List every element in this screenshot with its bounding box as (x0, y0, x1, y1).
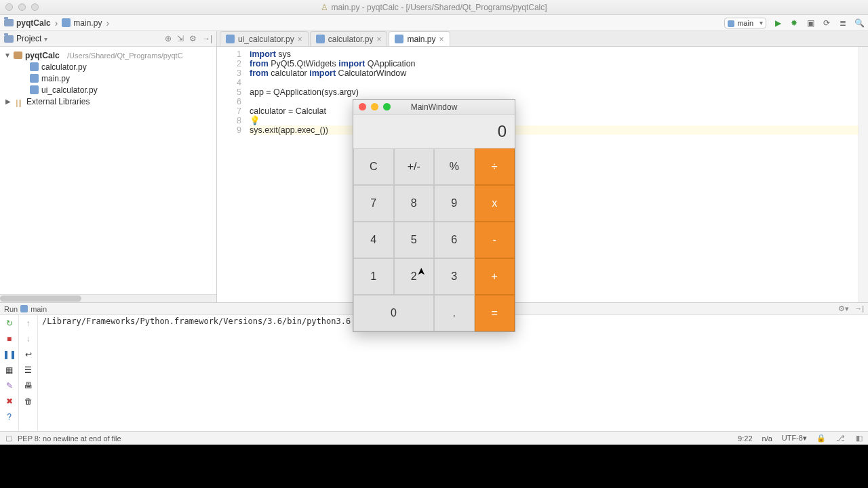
calc-title: MainWindow (353, 102, 515, 112)
tree-external-libraries[interactable]: ▶ External Libraries (0, 96, 216, 107)
search-icon[interactable]: 🔍 (854, 18, 864, 28)
project-tool-window: Project ▾ ⊕ ⇲ ⚙ →| ▼ pyqtCalc /Users/Sha… (0, 31, 217, 302)
encoding-select[interactable]: UTF-8▾ (782, 434, 807, 443)
os-titlebar: main.py - pyqtCalc - [/Users/Shared/Qt_P… (0, 0, 868, 15)
structure-icon[interactable]: ≣ (838, 18, 848, 28)
attach-icon[interactable]: ✎ (4, 380, 15, 391)
horizontal-scrollbar[interactable] (0, 294, 216, 302)
python-file-icon (226, 35, 235, 43)
equals-button[interactable]: = (475, 295, 515, 331)
stop-icon[interactable]: ■ (4, 333, 15, 344)
run-actions-left: ↻ ■ ❚❚ ▦ ✎ ✖ ? (0, 315, 19, 431)
update-icon[interactable]: ⟳ (822, 18, 831, 28)
git-icon[interactable]: ⎇ (835, 434, 845, 443)
calc-titlebar[interactable]: MainWindow (353, 100, 515, 115)
run-actions-right: ↑ ↓ ↩ ☰ 🖶 🗑 (19, 315, 38, 431)
status-window-icon[interactable]: ▢ (4, 434, 14, 443)
gear-icon[interactable]: ⚙ (189, 34, 197, 43)
status-bar: ▢ PEP 8: no newline at end of file 9:22 … (0, 431, 868, 445)
python-file-icon (20, 305, 28, 312)
chevron-right-icon (104, 18, 111, 28)
hide-icon[interactable]: →| (202, 34, 212, 43)
run-body: ↻ ■ ❚❚ ▦ ✎ ✖ ? ↑ ↓ ↩ ☰ 🖶 🗑 /Library/Fram… (0, 315, 868, 431)
python-file-icon (30, 85, 39, 94)
help-icon[interactable]: ? (4, 411, 15, 422)
close-icon[interactable]: × (439, 35, 443, 44)
library-icon (15, 98, 24, 105)
vertical-scrollbar[interactable] (859, 47, 868, 302)
collapse-icon[interactable]: ⇲ (177, 34, 184, 43)
python-file-icon (316, 35, 325, 43)
debug-icon[interactable]: ✸ (789, 18, 799, 28)
lock-icon[interactable]: 🔒 (816, 434, 826, 443)
target-icon[interactable]: ⊕ (165, 34, 172, 43)
percent-button[interactable]: % (434, 148, 475, 185)
project-panel-header: Project ▾ ⊕ ⇲ ⚙ →| (0, 31, 216, 47)
chevron-down-icon[interactable]: ▼ (4, 52, 11, 59)
negate-button[interactable]: +/- (394, 148, 435, 185)
print-icon[interactable]: 🖶 (23, 380, 34, 391)
hide-icon[interactable]: →| (854, 304, 864, 313)
tab-main[interactable]: main.py × (389, 31, 450, 46)
cursor-position[interactable]: 9:22 (738, 434, 752, 443)
line-gutter: 1 2 3 4 5 6 7 8 9 (217, 47, 250, 302)
gear-icon[interactable]: ⚙▾ (838, 304, 849, 313)
divide-button[interactable]: ÷ (475, 148, 515, 185)
breadcrumb-file[interactable]: main.py (62, 18, 102, 28)
softwrap-icon[interactable]: ↩ (23, 349, 34, 360)
layout-icon[interactable]: ▦ (4, 365, 15, 375)
digit-8-button[interactable]: 8 (394, 185, 435, 222)
python-file-icon (62, 18, 71, 27)
clear-button[interactable]: C (353, 148, 394, 185)
status-na[interactable]: n/a (762, 434, 772, 443)
python-file-icon (30, 74, 39, 83)
minus-button[interactable]: - (475, 222, 515, 258)
console-output[interactable]: /Library/Frameworks/Python.framework/Ver… (38, 315, 868, 431)
trash-icon[interactable]: 🗑 (23, 396, 34, 407)
code-content[interactable]: import sys from PyQt5.QtWidgets import Q… (250, 47, 859, 302)
digit-0-button[interactable]: 0 (353, 295, 434, 331)
close-icon[interactable]: ✖ (4, 396, 15, 407)
tree-file[interactable]: calculator.py (0, 61, 216, 73)
digit-6-button[interactable]: 6 (434, 222, 475, 258)
tree-file[interactable]: ui_calculator.py (0, 84, 216, 96)
tree-file[interactable]: main.py (0, 73, 216, 84)
project-tree[interactable]: ▼ pyqtCalc /Users/Shared/Qt_Programs/pyq… (0, 47, 216, 294)
code-editor[interactable]: 1 2 3 4 5 6 7 8 9 import sys from PyQt5.… (217, 47, 868, 302)
breadcrumb-project[interactable]: pyqtCalc (4, 18, 51, 28)
run-label: Run (4, 305, 18, 313)
rerun-icon[interactable]: ↻ (4, 318, 15, 329)
tab-calculator[interactable]: calculator.py × (310, 31, 388, 46)
close-icon[interactable]: × (376, 35, 381, 44)
digit-4-button[interactable]: 4 (353, 222, 394, 258)
coverage-icon[interactable]: ▣ (806, 18, 815, 28)
tab-ui-calculator[interactable]: ui_calculator.py × (220, 31, 309, 46)
pause-icon[interactable]: ❚❚ (4, 349, 15, 360)
tree-root[interactable]: ▼ pyqtCalc /Users/Shared/Qt_Programs/pyq… (0, 49, 216, 61)
scroll-icon[interactable]: ☰ (23, 365, 34, 375)
chevron-right-icon[interactable]: ▶ (5, 98, 12, 105)
project-panel-title[interactable]: Project ▾ (4, 34, 47, 43)
run-config-select[interactable]: main (724, 18, 766, 28)
multiply-button[interactable]: x (475, 185, 515, 222)
inspector-icon[interactable]: ◧ (854, 434, 864, 443)
calculator-window[interactable]: MainWindow 0 C +/- % ÷ 7 8 9 x 4 5 6 - 1… (353, 99, 515, 332)
digit-7-button[interactable]: 7 (353, 185, 394, 222)
intention-bulb-icon[interactable]: 💡 (250, 116, 260, 125)
nav-bar: pyqtCalc main.py main ▶ ✸ ▣ ⟳ ≣ 🔍 (0, 15, 868, 31)
digit-1-button[interactable]: 1 (353, 258, 394, 295)
calc-keypad: C +/- % ÷ 7 8 9 x 4 5 6 - 1 2 3 + 0 . = (353, 148, 515, 331)
run-icon[interactable]: ▶ (773, 18, 783, 28)
close-icon[interactable]: × (298, 35, 302, 44)
digit-2-button[interactable]: 2 (394, 258, 435, 295)
python-file-icon (30, 62, 39, 71)
decimal-button[interactable]: . (434, 295, 475, 331)
python-file-icon (321, 3, 331, 12)
folder-icon (4, 19, 14, 26)
digit-3-button[interactable]: 3 (434, 258, 475, 295)
down-icon[interactable]: ↓ (23, 333, 34, 344)
up-icon[interactable]: ↑ (23, 318, 34, 329)
plus-button[interactable]: + (475, 258, 515, 295)
digit-9-button[interactable]: 9 (434, 185, 475, 222)
digit-5-button[interactable]: 5 (394, 222, 435, 258)
